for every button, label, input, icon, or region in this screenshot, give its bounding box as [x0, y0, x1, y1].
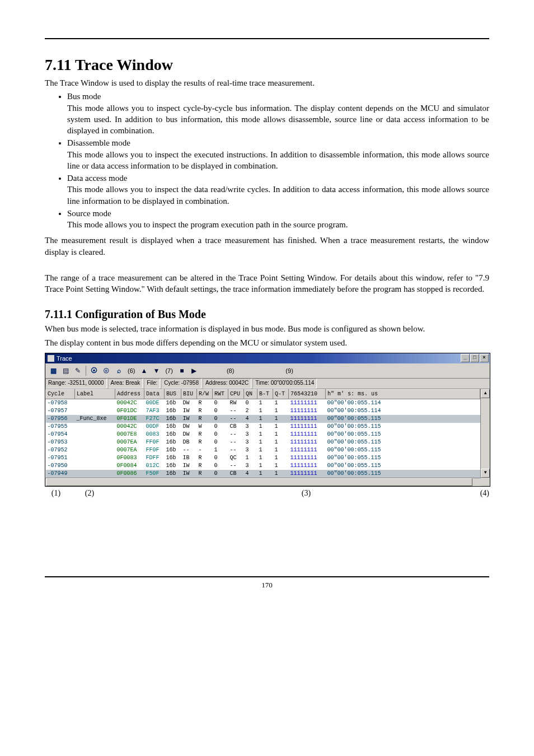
col-bt[interactable]: B-T — [257, 389, 273, 399]
table-row[interactable]: -079520007EAFF0F16b---1--3111111111100"0… — [46, 446, 480, 454]
table-row[interactable]: -0795500042C00DF16bDWW0CB3111111111100"0… — [46, 423, 480, 431]
vertical-scrollbar[interactable]: ▲ ▼ — [480, 389, 490, 478]
table-row[interactable]: -079510F0083FDFF16bIBR0QC1111111111100"0… — [46, 454, 480, 462]
table-cell: 16b — [165, 470, 181, 478]
col-qt[interactable]: Q-T — [273, 389, 289, 399]
figure-callout-row: (1) (2) (3) (4) — [45, 489, 489, 498]
table-cell: 11111111 — [289, 470, 326, 478]
toolbar-icon-3[interactable]: ✎ — [72, 365, 83, 376]
toolbar-up-icon[interactable]: ▲ — [138, 365, 149, 376]
table-cell: 11111111 — [289, 438, 326, 446]
table-cell: 0 — [213, 454, 228, 462]
table-cell: IB — [181, 454, 197, 462]
table-cell: 3 — [244, 438, 257, 446]
mode-name: Bus mode — [67, 92, 101, 101]
table-cell: FF0F — [144, 446, 165, 454]
table-cell: 0F01DE — [115, 415, 144, 423]
table-cell: 0F0083 — [115, 454, 144, 462]
table-cell: 0F0086 — [115, 470, 144, 478]
table-cell: 1 — [273, 415, 289, 423]
col-rwt[interactable]: RWT — [213, 389, 228, 399]
col-label[interactable]: Label — [75, 389, 115, 399]
table-cell: 1 — [244, 454, 257, 462]
table-cell: IW — [181, 407, 197, 415]
table-cell: R — [197, 415, 213, 423]
subsection-p1: When bus mode is selected, trace informa… — [45, 323, 489, 334]
table-cell: -07950 — [46, 462, 75, 470]
table-cell: 1 — [257, 462, 273, 470]
close-button[interactable]: × — [480, 354, 489, 362]
table-cell: IW — [181, 470, 197, 478]
table-cell: 00"00'00:055.115 — [326, 462, 480, 470]
table-row[interactable]: -0795800042C00DE16bDWR0RW0111111111100"0… — [46, 399, 480, 407]
table-header-row: Cycle Label Address Data BUS BIU R/W RWT… — [46, 389, 480, 399]
table-cell: 11111111 — [289, 462, 326, 470]
table-cell: _Func_8xe — [75, 415, 115, 423]
table-cell: R — [197, 399, 213, 407]
table-cell: -07957 — [46, 407, 75, 415]
toolbar-down-icon[interactable]: ▼ — [151, 365, 162, 376]
mode-name: Data access mode — [67, 174, 127, 183]
scroll-down-icon[interactable]: ▼ — [481, 469, 490, 478]
table-cell: IW — [181, 415, 197, 423]
table-cell: W — [197, 423, 213, 431]
minimize-button[interactable]: _ — [461, 354, 470, 362]
table-cell: 0 — [213, 431, 228, 438]
toolbar-zoom-in-icon[interactable]: ⦿ — [88, 365, 100, 376]
horizontal-scrollbar[interactable] — [45, 478, 481, 486]
col-76543210[interactable]: 76543210 — [289, 389, 326, 399]
table-cell: 16b — [165, 423, 181, 431]
table-cell: 0F0084 — [115, 462, 144, 470]
table-row[interactable]: -079540007E8008316bDWR0--3111111111100"0… — [46, 431, 480, 438]
table-cell — [75, 399, 115, 407]
maximize-button[interactable]: □ — [470, 354, 479, 362]
table-cell: 1 — [273, 470, 289, 478]
table-cell: 1 — [257, 470, 273, 478]
table-cell: 0007E8 — [115, 431, 144, 438]
table-cell: 16b — [165, 415, 181, 423]
table-row[interactable]: -079490F0086F50F16bIWR0CB4111111111100"0… — [46, 470, 480, 478]
table-cell: R — [197, 431, 213, 438]
status-range: Range: -32511, 00000 — [45, 379, 107, 389]
col-biu[interactable]: BIU — [181, 389, 197, 399]
table-cell: 012C — [144, 462, 165, 470]
col-cpu[interactable]: CPU — [228, 389, 244, 399]
toolbar-play-icon[interactable]: ▶ — [189, 365, 200, 376]
col-time[interactable]: h" m' s: ms. us — [326, 389, 480, 399]
col-qn[interactable]: QN — [244, 389, 257, 399]
col-rw[interactable]: R/W — [197, 389, 213, 399]
trace-data-table[interactable]: Cycle Label Address Data BUS BIU R/W RWT… — [45, 389, 480, 478]
table-cell: 3 — [244, 431, 257, 438]
toolbar-search-icon[interactable]: ⌕ — [113, 365, 124, 376]
table-row[interactable]: -079530007EAFF0F16bDBR0--3111111111100"0… — [46, 438, 480, 446]
scroll-thumb[interactable] — [46, 478, 472, 486]
col-bus[interactable]: BUS — [165, 389, 181, 399]
table-row[interactable]: -07956_Func_8xe0F01DEF27C16bIWR0--411111… — [46, 415, 480, 423]
table-cell: -07953 — [46, 438, 75, 446]
col-data[interactable]: Data — [144, 389, 165, 399]
scroll-up-icon[interactable]: ▲ — [481, 389, 490, 398]
mode-desc: This mode allows you to inspect the exec… — [67, 149, 489, 172]
table-cell: 11111111 — [289, 407, 326, 415]
table-cell: 1 — [273, 423, 289, 431]
table-row[interactable]: -079570F01DC7AF316bIWR0--2111111111100"0… — [46, 407, 480, 415]
trace-titlebar[interactable]: Trace _ □ × — [45, 353, 490, 363]
trace-toolbar: ▦ ▤ ✎ ⦿ ⦾ ⌕ (6) ▲ ▼ (7) ■ ▶ (8) (9) — [45, 363, 490, 379]
toolbar-stop-icon[interactable]: ■ — [176, 365, 188, 376]
col-address[interactable]: Address — [115, 389, 144, 399]
table-cell: 0 — [213, 415, 228, 423]
toolbar-icon-2[interactable]: ▤ — [60, 365, 71, 376]
mode-desc: This mode allows you to inspect cycle-by… — [67, 102, 489, 137]
table-cell — [75, 454, 115, 462]
table-cell: 11111111 — [289, 446, 326, 454]
table-row[interactable]: -079500F0084012C16bIWR0--3111111111100"0… — [46, 462, 480, 470]
table-cell: 1 — [257, 454, 273, 462]
col-cycle[interactable]: Cycle — [46, 389, 75, 399]
callout-4: (4) — [444, 489, 489, 498]
toolbar-callout-9: (9) — [285, 367, 293, 374]
toolbar-icon-1[interactable]: ▦ — [48, 365, 59, 376]
table-cell — [75, 431, 115, 438]
toolbar-zoom-out-icon[interactable]: ⦾ — [101, 365, 112, 376]
table-cell: R — [197, 462, 213, 470]
table-cell: QC — [228, 454, 244, 462]
